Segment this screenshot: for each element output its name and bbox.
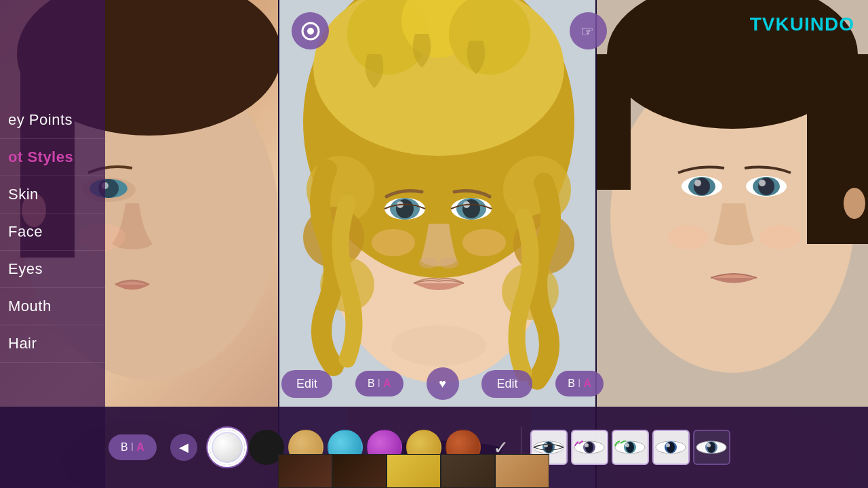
svg-point-69: [625, 443, 629, 447]
thumb-4[interactable]: [441, 454, 495, 488]
bia-separator-right: I: [578, 378, 580, 390]
sidebar-item-face[interactable]: Face: [0, 214, 105, 251]
bia-a-right: A: [583, 378, 591, 390]
circle-inner-icon: [300, 21, 321, 41]
eye-style-5-icon: [694, 441, 728, 454]
thumbnail-strip: [278, 454, 597, 488]
toolbar-section-bia-left: B I A: [108, 434, 157, 460]
svg-point-37: [391, 325, 486, 366]
purple-circle-top-left-btn[interactable]: [292, 12, 329, 49]
toolbar-section-arrow: ◀: [167, 434, 201, 461]
center-right-edit-button[interactable]: Edit: [481, 370, 532, 398]
sidebar-item-hot-styles[interactable]: ot Styles: [0, 139, 105, 176]
eye-style-3-icon: [613, 441, 647, 454]
toolbar-bia-b: B: [121, 441, 128, 453]
thumb-2[interactable]: [332, 454, 387, 488]
bia-b-left: B: [368, 378, 375, 390]
sidebar-item-hair[interactable]: Hair: [0, 325, 105, 363]
bia-b-right: B: [568, 378, 575, 390]
svg-point-35: [372, 229, 415, 256]
svg-point-77: [707, 443, 711, 447]
svg-point-73: [666, 443, 670, 447]
svg-point-44: [844, 188, 865, 219]
eye-style-4-icon: [654, 441, 688, 454]
svg-text:☞: ☞: [580, 23, 594, 40]
thumb-1[interactable]: [278, 454, 332, 488]
sidebar-item-mouth[interactable]: Mouth: [0, 288, 105, 325]
toolbar-bia-button-left[interactable]: B I A: [108, 434, 157, 460]
cursor-icon-btn[interactable]: ☞: [570, 12, 607, 49]
sidebar-item-key-points[interactable]: ey Points: [0, 102, 105, 139]
sidebar-item-skin[interactable]: Skin: [0, 176, 105, 214]
toolbar-bia-a: A: [136, 441, 144, 453]
thumb-5[interactable]: [495, 454, 549, 488]
center-panel-controls: Edit B I A ♥ Edit B I A: [281, 367, 604, 400]
svg-point-33: [419, 258, 438, 268]
svg-rect-43: [597, 54, 631, 190]
svg-point-48: [694, 180, 701, 186]
bia-separator-left: I: [378, 378, 380, 390]
eye-style-3-button[interactable]: [612, 430, 649, 465]
center-right-bia-button[interactable]: B I A: [555, 371, 604, 396]
svg-point-52: [759, 180, 766, 186]
svg-point-34: [439, 258, 458, 268]
eye-style-2-icon: [572, 441, 606, 454]
eye-style-1-icon: [532, 441, 566, 454]
eye-style-4-button[interactable]: [652, 430, 690, 465]
svg-point-36: [462, 229, 506, 256]
heart-favorite-button[interactable]: ♥: [427, 367, 459, 400]
bia-a-left: A: [383, 378, 391, 390]
color-scroll-left-button[interactable]: ◀: [170, 434, 197, 461]
color-swatch-white[interactable]: [210, 430, 245, 465]
brand-logo: TVKUINDO: [750, 14, 854, 35]
svg-point-53: [668, 225, 709, 249]
svg-point-56: [307, 28, 314, 35]
sidebar-item-eyes[interactable]: Eyes: [0, 251, 105, 288]
cursor-hand-icon: ☞: [578, 20, 599, 42]
center-left-edit-button[interactable]: Edit: [281, 370, 332, 398]
center-left-bia-button[interactable]: B I A: [355, 371, 403, 396]
toolbar-bia-sep: I: [131, 441, 134, 453]
svg-point-65: [585, 443, 589, 447]
thumb-3[interactable]: [387, 454, 441, 488]
svg-point-54: [760, 225, 800, 249]
eye-style-5-button[interactable]: [693, 430, 730, 465]
